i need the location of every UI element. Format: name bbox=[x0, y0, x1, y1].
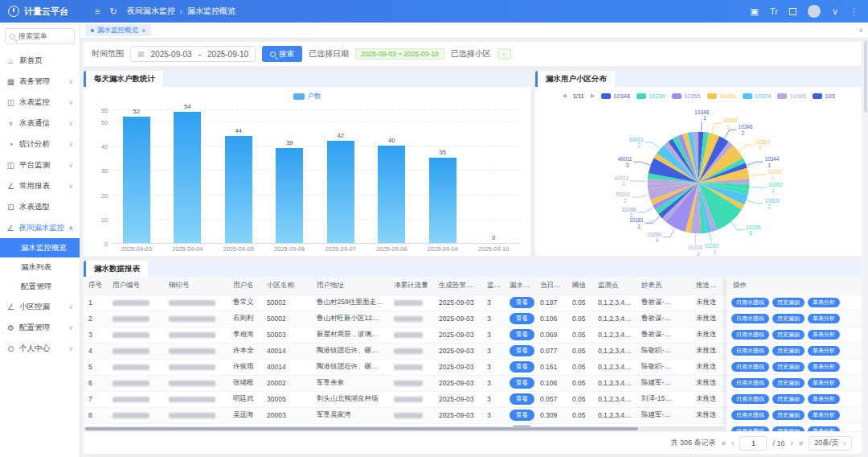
sidebar-item-小区控漏[interactable]: ∠小区控漏∨ bbox=[0, 296, 80, 317]
meter-type-icon: ⊡ bbox=[6, 203, 15, 212]
action-button-历史漏损[interactable]: 历史漏损 bbox=[772, 410, 805, 420]
sidebar-item-常用报表[interactable]: ∠常用报表∨ bbox=[0, 175, 80, 196]
prev-page-button[interactable]: ‹ bbox=[731, 438, 734, 447]
first-page-button[interactable]: « bbox=[722, 438, 727, 447]
sidebar-subitem-漏水列表[interactable]: 漏水列表 bbox=[0, 257, 80, 277]
view-detail-button[interactable]: 查看 bbox=[510, 393, 534, 405]
action-button-单表分析[interactable]: 单表分析 bbox=[808, 362, 840, 372]
action-button-日用水曲线[interactable]: 日用水曲线 bbox=[731, 298, 769, 307]
action-button-单表分析[interactable]: 单表分析 bbox=[808, 346, 840, 356]
action-button-单表分析[interactable]: 单表分析 bbox=[808, 298, 840, 307]
legend-next-icon[interactable]: ▶ bbox=[591, 93, 595, 99]
sidebar-item-新首页[interactable]: ⌂新首页 bbox=[0, 50, 80, 71]
action-button-单表分析[interactable]: 单表分析 bbox=[808, 426, 840, 432]
view-detail-button[interactable]: 查看 bbox=[510, 410, 534, 421]
action-button-单表分析[interactable]: 单表分析 bbox=[808, 410, 840, 420]
sidebar-item-水表监控[interactable]: ◫水表监控∨ bbox=[0, 92, 80, 113]
pie-legend-item-103[interactable]: 103 bbox=[813, 93, 835, 100]
action-button-历史漏损[interactable]: 历史漏损 bbox=[772, 426, 805, 432]
pie-legend-item-10355[interactable]: 10355 bbox=[672, 93, 701, 100]
refresh-icon[interactable]: ↻ bbox=[109, 7, 117, 16]
pie-legend-item-10365[interactable]: 10365 bbox=[777, 93, 806, 100]
action-button-日用水曲线[interactable]: 日用水曲线 bbox=[731, 394, 769, 404]
action-button-日用水曲线[interactable]: 日用水曲线 bbox=[731, 314, 769, 323]
chevron-down-icon[interactable]: ∨ bbox=[832, 7, 838, 16]
sidebar-search[interactable] bbox=[5, 28, 75, 44]
pie-legend-item-10348[interactable]: 10348 bbox=[601, 93, 630, 100]
logo-icon bbox=[8, 6, 19, 17]
action-button-单表分析[interactable]: 单表分析 bbox=[808, 314, 840, 323]
search-input[interactable] bbox=[18, 32, 70, 40]
legend-prev-icon[interactable]: ◀ bbox=[562, 93, 566, 99]
action-button-日用水曲线[interactable]: 日用水曲线 bbox=[731, 426, 769, 432]
horizontal-scrollbar-thumb[interactable] bbox=[85, 427, 638, 430]
cell-净累计流量 bbox=[389, 407, 434, 423]
fullscreen-icon[interactable] bbox=[789, 8, 796, 15]
redacted-value bbox=[113, 300, 149, 306]
pie-legend-item-10368[interactable]: 10368 bbox=[707, 93, 736, 100]
pie-legend-item-10239[interactable]: 10239 bbox=[637, 93, 665, 100]
sidebar-item-水表选型[interactable]: ⊡水表选型 bbox=[0, 196, 80, 217]
sidebar-item-夜间漏水监控[interactable]: ∠夜间漏水监控∧ bbox=[0, 217, 80, 238]
tab-close-icon[interactable]: × bbox=[141, 27, 145, 35]
action-button-历史漏损[interactable]: 历史漏损 bbox=[772, 298, 805, 307]
view-detail-button[interactable]: 查看 bbox=[510, 377, 534, 389]
search-icon bbox=[10, 34, 15, 39]
action-button-单表分析[interactable]: 单表分析 bbox=[808, 394, 840, 404]
action-button-单表分析[interactable]: 单表分析 bbox=[808, 330, 840, 340]
action-button-历史漏损[interactable]: 历史漏损 bbox=[772, 394, 805, 404]
tabbar-chevron-icon[interactable]: ∨ bbox=[858, 27, 863, 34]
action-button-日用水曲线[interactable]: 日用水曲线 bbox=[731, 346, 769, 356]
cell-监测天数: 3 bbox=[482, 311, 505, 327]
view-detail-button[interactable]: 查看 bbox=[510, 329, 534, 340]
cell-推送状态: 未推送 bbox=[691, 327, 727, 343]
sidebar-item-配置管理[interactable]: ⚙配置管理∨ bbox=[0, 317, 80, 338]
sidebar-subitem-漏水监控概览[interactable]: 漏水监控概览 bbox=[0, 238, 80, 257]
translate-icon[interactable]: Tr bbox=[770, 7, 778, 16]
tab-leak-overview[interactable]: 漏水监控概览 × bbox=[85, 24, 151, 36]
collapse-sidebar-icon[interactable]: ≡ bbox=[95, 7, 100, 16]
action-button-日用水曲线[interactable]: 日用水曲线 bbox=[731, 378, 769, 388]
action-button-历史漏损[interactable]: 历史漏损 bbox=[772, 378, 805, 388]
view-detail-button[interactable]: 查看 bbox=[510, 313, 534, 324]
action-button-历史漏损[interactable]: 历史漏损 bbox=[772, 330, 805, 340]
date-end[interactable]: 2025-09-10 bbox=[207, 50, 248, 59]
page-size-select[interactable]: 20条/页 ∨ bbox=[809, 436, 852, 451]
sidebar-item-平台监测[interactable]: ◫平台监测∨ bbox=[0, 154, 80, 175]
page-input[interactable] bbox=[739, 436, 767, 451]
sidebar-item-统计分析[interactable]: ◔统计分析∨ bbox=[0, 134, 80, 154]
next-page-button[interactable]: › bbox=[790, 438, 792, 447]
action-button-日用水曲线[interactable]: 日用水曲线 bbox=[731, 410, 769, 420]
vertical-scrollbar-thumb[interactable] bbox=[864, 40, 867, 113]
redacted-value bbox=[169, 364, 215, 370]
pie-legend-item-10324[interactable]: 10324 bbox=[743, 93, 772, 100]
view-detail-button[interactable]: 查看 bbox=[510, 297, 534, 308]
action-button-历史漏损[interactable]: 历史漏损 bbox=[772, 314, 805, 323]
action-button-历史漏损[interactable]: 历史漏损 bbox=[772, 346, 805, 356]
sidebar-subitem-配置管理[interactable]: 配置管理 bbox=[0, 277, 80, 296]
bar-chart-legend[interactable]: 户数 bbox=[84, 90, 530, 103]
search-button[interactable]: 搜索 bbox=[262, 46, 302, 62]
vertical-scrollbar[interactable] bbox=[863, 39, 868, 457]
cell-净累计流量 bbox=[389, 294, 434, 311]
view-detail-button[interactable]: 查看 bbox=[510, 361, 534, 373]
date-start[interactable]: 2025-09-03 bbox=[151, 50, 192, 59]
sidebar-item-个人中心[interactable]: ⊙个人中心∨ bbox=[0, 338, 80, 359]
last-page-button[interactable]: » bbox=[799, 438, 804, 447]
redacted-value bbox=[169, 413, 215, 418]
breadcrumb-parent[interactable]: 夜间漏水监控 bbox=[127, 6, 175, 17]
action-button-历史漏损[interactable]: 历史漏损 bbox=[772, 362, 805, 372]
view-detail-button[interactable]: 查看 bbox=[510, 345, 534, 356]
date-range-picker[interactable]: ▦ 2025-09-03 - 2025-09-10 bbox=[130, 46, 256, 62]
action-button-日用水曲线[interactable]: 日用水曲线 bbox=[731, 362, 769, 372]
avatar[interactable] bbox=[808, 5, 821, 18]
kebab-menu-icon[interactable]: ⋮ bbox=[850, 7, 858, 16]
sidebar-item-表务管理[interactable]: ▦表务管理∨ bbox=[0, 71, 80, 92]
image-icon[interactable]: ▣ bbox=[751, 7, 759, 16]
action-button-单表分析[interactable]: 单表分析 bbox=[808, 378, 840, 388]
cell-监测点: 0,1,2,3,4,5,6 bbox=[593, 343, 637, 359]
action-button-日用水曲线[interactable]: 日用水曲线 bbox=[731, 330, 769, 340]
cell-钢印号 bbox=[164, 391, 228, 407]
sidebar-item-水表通信[interactable]: ♆水表通信∨ bbox=[0, 113, 80, 134]
horizontal-scrollbar[interactable] bbox=[84, 426, 727, 431]
